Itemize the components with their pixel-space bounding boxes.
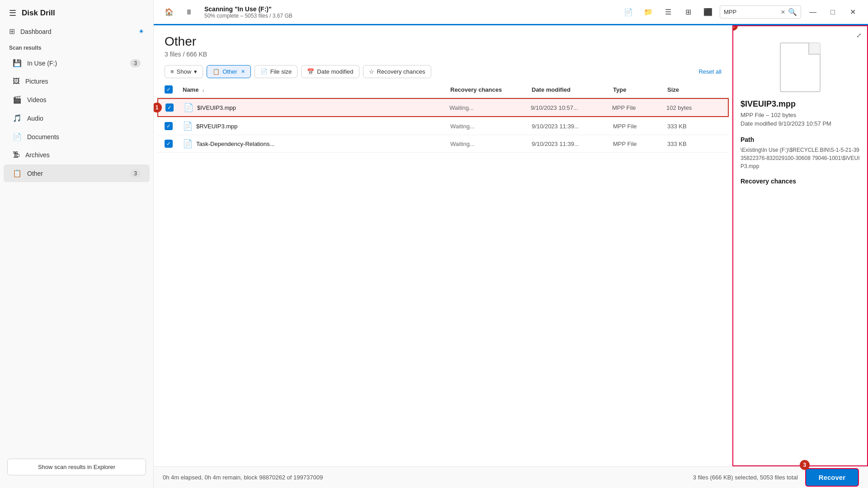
other-icon: 📋 (13, 169, 22, 178)
sidebar-item-other[interactable]: 📋 Other 3 (4, 164, 150, 182)
show-explorer-button[interactable]: Show scan results in Explorer (7, 459, 146, 475)
table-row[interactable]: ✓ 📄 Task-Dependency-Relations... Waiting… (157, 135, 729, 153)
preview-path-value: \Existing\In Use (F:)\$RECYCLE.BIN\S-1-5… (741, 146, 860, 170)
sidebar-item-pictures[interactable]: 🖼 Pictures (4, 73, 150, 90)
row2-type: MPP File (613, 123, 667, 130)
nav-label-other: Other (27, 170, 125, 177)
preview-file-icon-container (741, 42, 860, 92)
preview-badge: 2 (732, 25, 738, 31)
status-bar: 0h 4m elapsed, 0h 4m remain, block 98870… (154, 466, 868, 488)
row1-recovery: Waiting... (449, 104, 531, 111)
list-view-button[interactable]: ☰ (660, 4, 676, 20)
sidebar-item-audio[interactable]: 🎵 Audio (4, 109, 150, 127)
active-filter-button[interactable]: 📋 Other ✕ (207, 65, 251, 78)
sidebar-item-videos[interactable]: 🎬 Videos (4, 91, 150, 108)
star-icon: ☆ (369, 68, 374, 75)
search-clear-icon[interactable]: ✕ (781, 9, 785, 15)
loading-icon: ✴ (138, 27, 144, 36)
reset-all-button[interactable]: Reset all (698, 68, 722, 75)
preview-panel: 2 ⤢ $IVEUIP3.mpp MPP File – 102 bytes Da… (732, 25, 868, 466)
row1-file-icon: 📄 (184, 103, 193, 113)
row1-date: 9/10/2023 10:57... (531, 104, 612, 111)
grid-view-button[interactable]: ⊞ (680, 4, 696, 20)
hamburger-icon[interactable]: ☰ (9, 8, 16, 18)
sidebar-item-archives[interactable]: 🗜 Archives (4, 146, 150, 164)
recovery-chances-label: Recovery chances (377, 68, 425, 75)
nav-badge-other: 3 (130, 169, 141, 178)
recovery-chances-filter-button[interactable]: ☆ Recovery chances (363, 65, 431, 78)
show-chevron-icon: ▾ (194, 68, 197, 75)
table-row[interactable]: ✓ 📄 $IVEUIP3.mpp Waiting... 9/10/2023 10… (157, 98, 729, 117)
row3-recovery: Waiting... (450, 141, 532, 147)
row3-filename: Task-Dependency-Relations... (196, 141, 450, 147)
row3-file-icon: 📄 (183, 139, 193, 149)
videos-icon: 🎬 (13, 95, 22, 104)
maximize-button[interactable]: □ (825, 4, 841, 20)
close-button[interactable]: ✕ (844, 4, 861, 20)
row3-size: 333 KB (667, 141, 722, 147)
archives-icon: 🗜 (13, 151, 20, 159)
save-icon-button[interactable]: 📄 (620, 4, 637, 20)
content-area: Other 3 files / 666 KB ≡ Show ▾ 📋 Other … (154, 25, 868, 466)
preview-meta-date: Date modified 9/10/2023 10:57 PM (741, 120, 860, 127)
grid-icon: ⊞ (9, 27, 15, 36)
row1-type: MPP File (612, 104, 666, 111)
row2-filename: $RVEUIP3.mpp (196, 123, 450, 130)
name-column-header[interactable]: Name ↓ (183, 86, 450, 93)
search-input[interactable] (724, 9, 778, 15)
row1-filename: $IVEUIP3.mpp (197, 104, 449, 111)
home-button[interactable]: 🏠 (161, 4, 177, 20)
select-all-checkbox[interactable]: ✓ (165, 85, 173, 94)
scan-title: Scanning "In Use (F:)" (204, 5, 613, 13)
search-box: ✕ 🔍 (720, 5, 801, 19)
active-filter-label: Other (222, 68, 237, 75)
sidebar-item-documents[interactable]: 📄 Documents (4, 128, 150, 145)
row3-date: 9/10/2023 11:39... (532, 141, 613, 147)
minimize-button[interactable]: — (805, 4, 821, 20)
filter-close-icon[interactable]: ✕ (241, 69, 245, 75)
row2-checkbox[interactable]: ✓ (165, 122, 173, 130)
file-size-icon: 📄 (260, 68, 268, 75)
row2-date: 9/10/2023 11:39... (532, 123, 613, 130)
table-row[interactable]: ✓ 📄 $RVEUIP3.mpp Waiting... 9/10/2023 11… (157, 117, 729, 135)
row1-checkbox[interactable]: ✓ (165, 103, 174, 112)
split-view-button[interactable]: ⬛ (700, 4, 716, 20)
search-icon[interactable]: 🔍 (788, 8, 797, 16)
scan-info: Scanning "In Use (F:)" 50% complete – 50… (201, 5, 617, 19)
preview-filename: $IVEUIP3.mpp (741, 99, 860, 109)
scan-results-label: Scan results (0, 40, 153, 54)
row2-file-icon: 📄 (183, 121, 193, 131)
folder-icon-button[interactable]: 📁 (640, 4, 656, 20)
expand-icon[interactable]: ⤢ (856, 32, 862, 39)
row3-checkbox[interactable]: ✓ (165, 140, 173, 148)
main-content: 🏠 ⏸ Scanning "In Use (F:)" 50% complete … (154, 0, 868, 488)
calendar-icon: 📅 (307, 68, 314, 75)
recover-button[interactable]: Recover (805, 468, 859, 487)
preview-meta-type: MPP File – 102 bytes (741, 112, 860, 118)
row2-checkbox-cell: ✓ (165, 122, 183, 130)
app-title: Disk Drill (22, 9, 55, 18)
dashboard-item[interactable]: ⊞ Dashboard ✴ (0, 23, 153, 40)
sidebar-item-in-use[interactable]: 💾 In Use (F:) 3 (4, 54, 150, 72)
show-filter-button[interactable]: ≡ Show ▾ (165, 65, 203, 78)
nav-label-in-use: In Use (F:) (27, 60, 125, 67)
pause-button[interactable]: ⏸ (181, 4, 197, 20)
recover-badge: 3 (800, 460, 810, 470)
show-label: Show (177, 68, 192, 75)
file-size-label: File size (270, 68, 292, 75)
sidebar-footer: Show scan results in Explorer (0, 453, 153, 481)
nav-badge-in-use: 3 (130, 59, 141, 67)
file-size-filter-button[interactable]: 📄 File size (255, 65, 298, 78)
dashboard-label: Dashboard (20, 28, 52, 35)
audio-icon: 🎵 (13, 114, 22, 122)
sidebar: ☰ Disk Drill ⊞ Dashboard ✴ Scan results … (0, 0, 154, 488)
preview-path-label: Path (741, 136, 860, 143)
date-column-header: Date modified (532, 86, 613, 93)
table-header: ✓ Name ↓ Recovery chances Date modified … (157, 82, 729, 98)
sidebar-header: ☰ Disk Drill (0, 0, 153, 23)
row3-checkbox-cell: ✓ (165, 140, 183, 148)
nav-label-audio: Audio (27, 115, 141, 122)
scan-subtitle: 50% complete – 5053 files / 3.67 GB (204, 13, 613, 19)
date-modified-filter-button[interactable]: 📅 Date modified (301, 65, 359, 78)
section-header: Other 3 files / 666 KB (154, 25, 732, 61)
